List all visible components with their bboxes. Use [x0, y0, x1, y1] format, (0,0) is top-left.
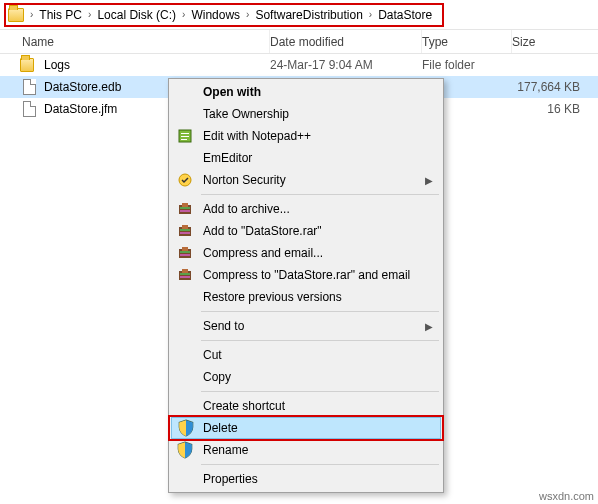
chevron-right-icon[interactable]: › [86, 9, 93, 20]
menu-cut[interactable]: Cut [171, 344, 441, 366]
menu-edit-notepadpp[interactable]: Edit with Notepad++ [171, 125, 441, 147]
menu-compress-rar-email[interactable]: Compress to "DataStore.rar" and email [171, 264, 441, 286]
file-size: 177,664 KB [512, 80, 598, 94]
col-name[interactable]: Name [0, 30, 270, 53]
file-icon [20, 101, 38, 117]
address-bar: › This PC › Local Disk (C:) › Windows › … [0, 0, 598, 30]
menu-add-archive[interactable]: Add to archive... [171, 198, 441, 220]
svg-rect-16 [180, 254, 190, 256]
separator [201, 311, 439, 312]
svg-rect-10 [182, 225, 188, 229]
file-type: File folder [422, 58, 512, 72]
winrar-icon [176, 266, 194, 284]
menu-norton-security[interactable]: Norton Security ▶ [171, 169, 441, 191]
folder-icon [8, 8, 24, 22]
winrar-icon [176, 200, 194, 218]
list-item[interactable]: Logs 24-Mar-17 9:04 AM File folder [0, 54, 598, 76]
folder-icon [20, 58, 38, 72]
crumb-local-disk[interactable]: Local Disk (C:) [93, 8, 180, 22]
shield-icon [177, 419, 195, 437]
shield-icon [176, 441, 194, 459]
chevron-right-icon[interactable]: › [180, 9, 187, 20]
crumb-windows[interactable]: Windows [187, 8, 244, 22]
svg-rect-7 [180, 207, 190, 209]
winrar-icon [176, 244, 194, 262]
svg-rect-19 [180, 273, 190, 275]
crumb-softwaredistribution[interactable]: SoftwareDistribution [251, 8, 366, 22]
menu-add-rar[interactable]: Add to "DataStore.rar" [171, 220, 441, 242]
col-type[interactable]: Type [422, 30, 512, 53]
breadcrumb[interactable]: › This PC › Local Disk (C:) › Windows › … [4, 3, 444, 27]
chevron-right-icon[interactable]: › [244, 9, 251, 20]
col-size[interactable]: Size [512, 30, 598, 53]
menu-send-to[interactable]: Send to ▶ [171, 315, 441, 337]
chevron-right-icon: ▶ [425, 321, 433, 332]
notepadpp-icon [176, 127, 194, 145]
menu-copy[interactable]: Copy [171, 366, 441, 388]
watermark: wsxdn.com [539, 490, 594, 502]
chevron-right-icon[interactable]: › [28, 9, 35, 20]
file-name: Logs [44, 58, 270, 72]
chevron-right-icon[interactable]: › [367, 9, 374, 20]
svg-rect-20 [180, 276, 190, 278]
separator [201, 391, 439, 392]
svg-rect-3 [181, 139, 187, 140]
svg-rect-15 [180, 251, 190, 253]
context-menu: Open with Take Ownership Edit with Notep… [168, 78, 444, 493]
menu-delete[interactable]: Delete [171, 417, 441, 439]
column-headers: Name Date modified Type Size [0, 30, 598, 54]
svg-rect-1 [181, 133, 189, 134]
svg-rect-8 [180, 210, 190, 212]
svg-rect-11 [180, 229, 190, 231]
separator [201, 194, 439, 195]
svg-rect-18 [182, 269, 188, 273]
separator [201, 340, 439, 341]
crumb-datastore[interactable]: DataStore [374, 8, 436, 22]
menu-restore-previous[interactable]: Restore previous versions [171, 286, 441, 308]
chevron-right-icon: ▶ [425, 175, 433, 186]
winrar-icon [176, 222, 194, 240]
svg-rect-12 [180, 232, 190, 234]
menu-open-with[interactable]: Open with [171, 81, 441, 103]
menu-take-ownership[interactable]: Take Ownership [171, 103, 441, 125]
norton-icon [176, 171, 194, 189]
crumb-this-pc[interactable]: This PC [35, 8, 86, 22]
svg-rect-6 [182, 203, 188, 207]
file-date: 24-Mar-17 9:04 AM [270, 58, 422, 72]
col-date[interactable]: Date modified [270, 30, 422, 53]
menu-rename[interactable]: Rename [171, 439, 441, 461]
separator [201, 464, 439, 465]
menu-compress-email[interactable]: Compress and email... [171, 242, 441, 264]
file-size: 16 KB [512, 102, 598, 116]
file-icon [20, 79, 38, 95]
menu-properties[interactable]: Properties [171, 468, 441, 490]
svg-rect-14 [182, 247, 188, 251]
menu-create-shortcut[interactable]: Create shortcut [171, 395, 441, 417]
svg-rect-2 [181, 136, 189, 137]
menu-emeditor[interactable]: EmEditor [171, 147, 441, 169]
